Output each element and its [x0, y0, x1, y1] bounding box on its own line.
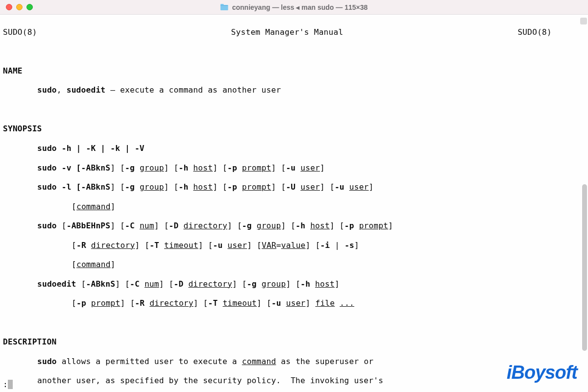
scrollbar-track[interactable] — [580, 18, 587, 389]
synopsis-line-5b: [-p prompt] [-R directory] [-T timeout] … — [3, 298, 584, 308]
svg-rect-2 — [220, 5, 228, 6]
minimize-window-button[interactable] — [16, 4, 23, 10]
man-header-left: SUDO(8) — [3, 27, 150, 37]
section-synopsis-header: SYNOPSIS — [3, 124, 42, 133]
man-header-right: SUDO(8) — [424, 27, 571, 37]
synopsis-line-4c: [command] — [3, 260, 584, 270]
section-name-header: NAME — [3, 66, 23, 75]
scrollbar-corner — [580, 18, 587, 24]
desc-p1-l2: another user, as specified by the securi… — [3, 376, 584, 386]
terminal-content: SUDO(8)System Manager's ManualSUDO(8) NA… — [0, 15, 588, 392]
synopsis-line-2: sudo -v [-ABknS] [-g group] [-h host] [-… — [3, 163, 584, 173]
less-prompt-text: : — [3, 380, 8, 389]
folder-icon — [220, 4, 228, 11]
section-description-header: DESCRIPTION — [3, 337, 56, 346]
man-header-center: System Manager's Manual — [150, 27, 424, 37]
scrollbar-thumb[interactable] — [582, 184, 587, 351]
terminal-viewport[interactable]: SUDO(8)System Manager's ManualSUDO(8) NA… — [0, 15, 588, 392]
close-window-button[interactable] — [6, 4, 12, 10]
traffic-lights — [6, 4, 33, 10]
synopsis-line-1: sudo -h | -K | -k | -V — [3, 144, 584, 153]
synopsis-line-3: sudo -l [-ABknS] [-g group] [-h host] [-… — [3, 182, 584, 192]
maximize-window-button[interactable] — [26, 4, 33, 10]
less-prompt[interactable]: : — [3, 380, 13, 389]
man-header-row: SUDO(8)System Manager's ManualSUDO(8) — [3, 27, 571, 37]
window-title-text: connieyang — less ◂ man sudo — 115×38 — [232, 3, 368, 11]
synopsis-line-4: sudo [-ABbEHnPS] [-C num] [-D directory]… — [3, 221, 584, 231]
cursor-icon — [8, 380, 13, 389]
synopsis-line-3b: [command] — [3, 202, 584, 212]
name-line: sudo, sudoedit – execute a command as an… — [3, 85, 584, 95]
window-title: connieyang — less ◂ man sudo — 115×38 — [220, 3, 368, 11]
desc-p1-l1: sudo allows a permitted user to execute … — [3, 357, 584, 367]
window-titlebar: connieyang — less ◂ man sudo — 115×38 — [0, 0, 588, 15]
synopsis-line-4b: [-R directory] [-T timeout] [-u user] [V… — [3, 241, 584, 250]
synopsis-line-5: sudoedit [-ABknS] [-C num] [-D directory… — [3, 279, 584, 289]
